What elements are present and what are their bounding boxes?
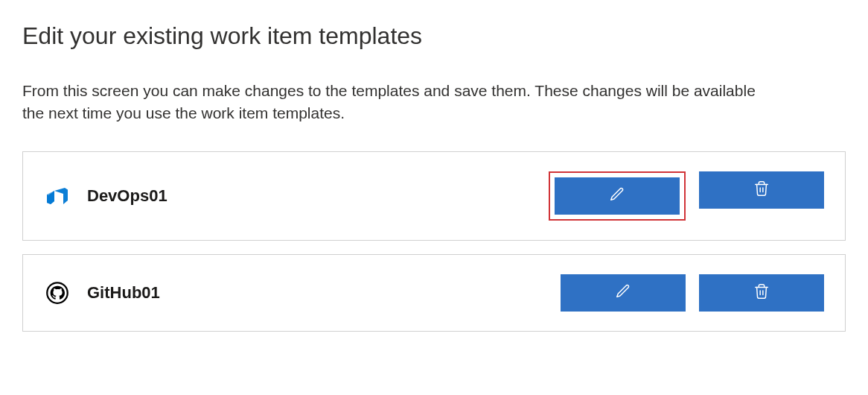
template-card: DevOps01 [22, 151, 846, 241]
github-icon [44, 279, 71, 306]
page-description: From this screen you can make changes to… [22, 80, 767, 125]
edit-button[interactable] [555, 177, 680, 215]
pencil-icon [609, 186, 625, 205]
action-button-group [549, 171, 824, 221]
trash-icon [753, 283, 770, 302]
pencil-icon [615, 283, 631, 302]
template-name: GitHub01 [87, 283, 561, 303]
template-name: DevOps01 [87, 186, 549, 206]
edit-button-highlight [549, 171, 686, 221]
edit-button[interactable] [561, 274, 686, 312]
delete-button[interactable] [699, 171, 824, 209]
azure-devops-icon [44, 183, 71, 209]
delete-button[interactable] [699, 274, 824, 312]
template-list: DevOps01 [22, 151, 846, 332]
template-card: GitHub01 [22, 254, 846, 332]
action-button-group [561, 274, 824, 312]
page-title: Edit your existing work item templates [22, 22, 846, 50]
trash-icon [753, 180, 770, 199]
